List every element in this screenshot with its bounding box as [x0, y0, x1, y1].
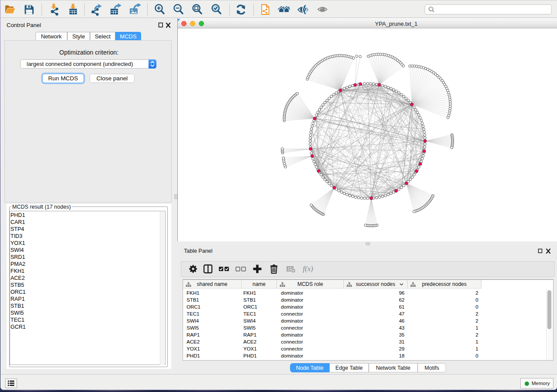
svg-text:f(x): f(x) — [303, 265, 313, 273]
